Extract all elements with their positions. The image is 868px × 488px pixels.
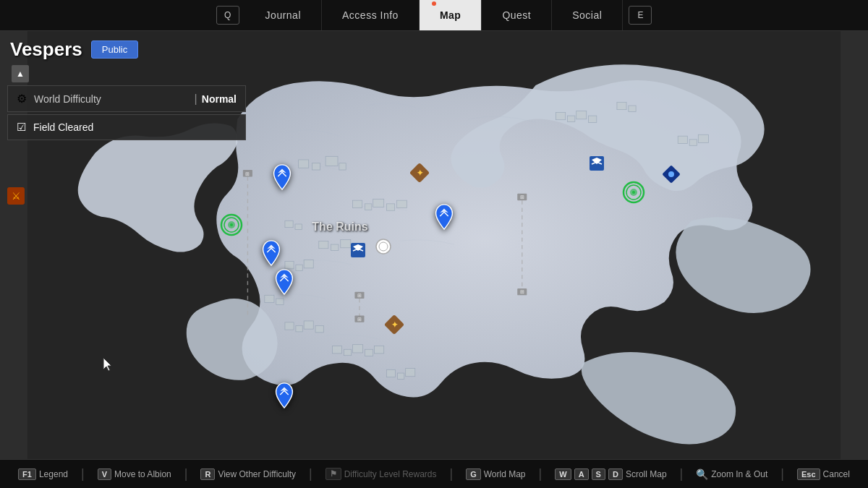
svg-rect-30 [397, 373, 404, 379]
hint-legend: F1 Legend [18, 468, 68, 480]
svg-rect-29 [386, 369, 395, 377]
checkmark-icon: ☑ [17, 121, 26, 134]
svg-rect-4 [339, 163, 346, 170]
world-difficulty-row: ⚙ World Difficulty | Normal [7, 85, 246, 112]
svg-rect-7 [373, 199, 384, 207]
hint-world-map: G World Map [466, 468, 525, 480]
svg-rect-37 [629, 106, 636, 111]
public-badge-button[interactable]: Public [91, 40, 138, 59]
tab-journal[interactable]: Journal [245, 0, 322, 30]
svg-rect-28 [375, 346, 384, 354]
svg-text:⚔: ⚔ [12, 190, 21, 202]
nav-arrow-up[interactable]: ▲ [12, 65, 29, 82]
banner-marker-2 [587, 154, 606, 176]
map-pin-2 [434, 203, 454, 234]
bottom-bar: F1 Legend | V Move to Albion | R View Ot… [0, 459, 868, 488]
svg-rect-9 [396, 200, 407, 207]
location-name: Vespers [10, 38, 82, 61]
nav-key-e[interactable]: E [629, 6, 652, 25]
svg-rect-12 [319, 241, 328, 248]
svg-rect-2 [312, 163, 320, 170]
top-navigation: Q Journal Access Info Map Quest Social E [0, 0, 868, 31]
svg-rect-6 [365, 204, 371, 210]
enemy-marker-left: ⚔ [6, 186, 26, 209]
svg-rect-35 [589, 116, 597, 122]
svg-rect-34 [576, 111, 587, 119]
svg-rect-24 [332, 346, 341, 354]
svg-text:✦: ✦ [417, 168, 423, 177]
portal-marker-center [375, 239, 391, 257]
tab-quest[interactable]: Quest [482, 0, 552, 30]
map-pin-5 [274, 382, 294, 412]
map-pin-1 [272, 163, 292, 194]
orange-marker-1: ✦ [409, 162, 430, 187]
zoom-icon: 🔍 [696, 468, 708, 480]
svg-rect-21 [296, 325, 302, 331]
hint-difficulty: R View Other Difficulty [200, 468, 296, 480]
svg-rect-11 [295, 224, 302, 229]
location-header: Vespers Public [7, 38, 246, 61]
svg-point-68 [668, 171, 674, 177]
svg-point-60 [632, 191, 635, 194]
svg-point-56 [230, 223, 233, 226]
overlay-panel: Vespers Public ▲ ⚙ World Difficulty | No… [7, 38, 246, 142]
svg-rect-20 [285, 322, 294, 330]
svg-rect-38 [678, 136, 687, 143]
svg-rect-23 [315, 325, 323, 332]
tab-access-info[interactable]: Access Info [322, 0, 420, 30]
svg-rect-1 [299, 160, 309, 168]
green-marker-1 [220, 213, 243, 239]
svg-rect-22 [304, 321, 313, 329]
nav-arrow-row: ▲ [7, 64, 246, 84]
map-pin-3 [261, 239, 281, 270]
svg-rect-17 [304, 260, 313, 268]
svg-text:⊞: ⊞ [520, 194, 524, 200]
svg-rect-3 [326, 156, 338, 166]
hint-move: V Move to Albion [98, 468, 171, 480]
field-cleared-row: ☑ Field Cleared [7, 114, 246, 140]
svg-rect-18 [265, 295, 274, 302]
map-area[interactable]: ⊞ ⊞ ⊞ ⊞ ⊞ The Ruins [0, 31, 868, 459]
tab-map[interactable]: Map [420, 0, 482, 30]
hint-scroll: W A S D Scroll Map [555, 468, 666, 480]
hint-cancel: Esc Cancel [797, 468, 850, 480]
hint-rewards: ⚑ Difficulty Level Rewards [326, 468, 437, 480]
blue-diamond-marker [662, 165, 681, 187]
hint-zoom: 🔍 Zoom In & Out [696, 468, 767, 480]
svg-text:⊞: ⊞ [357, 293, 362, 298]
svg-rect-33 [568, 116, 575, 121]
orange-marker-2: ✦ [383, 314, 405, 338]
svg-rect-32 [556, 112, 566, 119]
svg-rect-26 [353, 345, 363, 353]
svg-point-51 [376, 239, 391, 254]
svg-rect-40 [698, 134, 708, 142]
banner-marker-1 [349, 241, 367, 262]
nav-key-q[interactable]: Q [216, 6, 239, 25]
svg-rect-31 [406, 368, 415, 376]
svg-rect-27 [365, 349, 373, 356]
svg-rect-8 [386, 204, 394, 210]
svg-text:⊞: ⊞ [520, 289, 524, 294]
svg-rect-13 [331, 244, 339, 250]
svg-rect-19 [276, 299, 284, 304]
difficulty-icon: ⚙ [17, 92, 27, 106]
svg-rect-5 [353, 200, 362, 207]
svg-rect-36 [617, 102, 626, 109]
svg-rect-10 [285, 221, 293, 227]
svg-rect-16 [296, 265, 302, 270]
svg-text:⊞: ⊞ [357, 317, 362, 322]
notification-dot [432, 1, 436, 6]
svg-rect-25 [344, 349, 351, 355]
map-pin-4 [274, 268, 294, 299]
svg-text:⊞: ⊞ [245, 171, 250, 176]
green-marker-2 [622, 181, 645, 207]
svg-rect-39 [689, 140, 697, 145]
tab-social[interactable]: Social [552, 0, 623, 30]
svg-text:✦: ✦ [391, 320, 398, 329]
